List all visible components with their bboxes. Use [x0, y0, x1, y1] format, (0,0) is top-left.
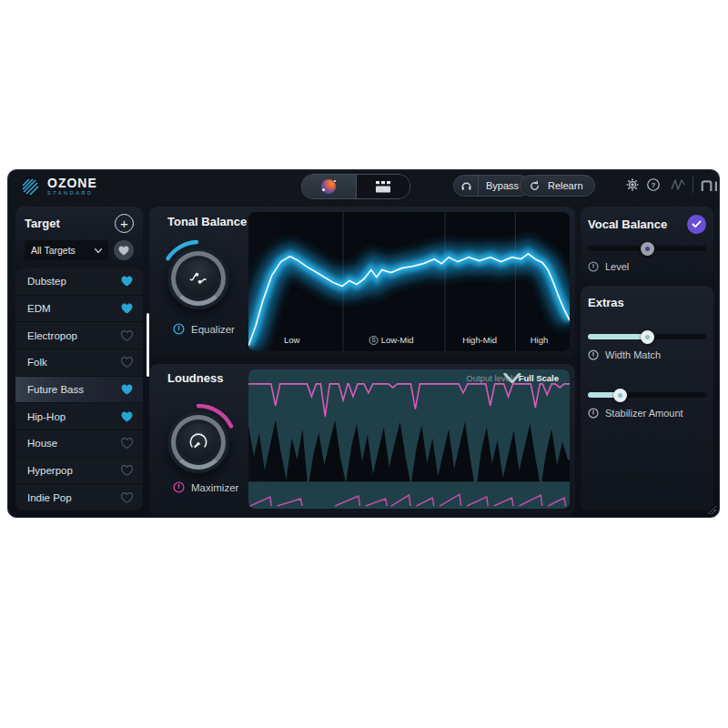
genre-row-edm[interactable]: EDM [15, 296, 143, 323]
relearn-label: Relearn [541, 180, 594, 191]
slider-handle[interactable] [613, 389, 627, 402]
checkmark-icon [692, 220, 702, 228]
genre-label: House [27, 438, 57, 449]
question-icon: ? [646, 177, 661, 192]
slider-handle[interactable] [641, 330, 654, 344]
favorite-heart-icon-outline[interactable] [121, 492, 133, 503]
tonal-balance-title: Tonal Balance [167, 215, 247, 228]
genre-row-electropop[interactable]: Electropop [15, 322, 143, 349]
native-instruments-logo [699, 177, 720, 193]
vocal-balance-panel: Vocal Balance Level [581, 207, 713, 279]
favorite-heart-icon-filled[interactable] [121, 384, 133, 395]
band-label-low[interactable]: Low [284, 335, 299, 345]
favorites-filter-button[interactable] [114, 240, 134, 260]
extras-title: Extras [588, 296, 624, 309]
loudness-waveform [248, 369, 570, 509]
heart-icon [118, 246, 129, 256]
vocal-level-slider[interactable] [588, 242, 706, 255]
topbar-divider [693, 177, 693, 193]
genre-row-house[interactable]: House [15, 430, 143, 458]
chevron-down-icon [95, 248, 102, 253]
power-icon [588, 408, 599, 419]
power-icon [588, 349, 599, 360]
ozone-logo-icon [19, 176, 41, 197]
favorite-heart-icon-outline[interactable] [121, 330, 133, 341]
band-label-low-mid[interactable]: SLow-Mid [369, 335, 414, 345]
genre-row-dubstep[interactable]: Dubstep [15, 268, 143, 296]
genre-label: Future Bass [27, 384, 84, 395]
genre-row-folk[interactable]: Folk [15, 349, 143, 377]
target-title: Target [25, 217, 60, 230]
spectrum-curve [248, 212, 570, 351]
maximizer-module-label[interactable]: Maximizer [173, 481, 238, 493]
target-panel: Target + All Targets [15, 207, 143, 267]
relearn-icon [521, 180, 541, 192]
add-target-button[interactable]: + [115, 214, 134, 233]
equalizer-power-icon [173, 323, 185, 335]
stabilizer-amount-label: Stabilizer Amount [588, 408, 706, 419]
settings-button[interactable] [624, 177, 641, 193]
loudness-panel: Loudness Maximizer [149, 364, 575, 515]
output-level-dropdown[interactable]: Output level: Full Scale [466, 373, 559, 383]
reference-icon[interactable] [454, 176, 479, 196]
band-label-high[interactable]: High [531, 335, 549, 345]
modules-icon [375, 181, 391, 193]
width-match-slider[interactable] [588, 330, 706, 343]
ozone-plugin-window: OZONE STANDARD [7, 169, 720, 518]
genre-row-hyperpop[interactable]: Hyperpop [15, 458, 143, 485]
genre-label: Electropop [27, 330, 77, 341]
genre-label: Dubstep [27, 276, 66, 287]
help-button[interactable]: ? [645, 177, 662, 193]
gear-icon [625, 177, 640, 192]
brand-name: OZONE [47, 177, 97, 189]
favorite-heart-icon-outline[interactable] [121, 357, 133, 368]
loudness-display: Output level: Full Scale [248, 369, 570, 509]
relearn-button[interactable]: Relearn [520, 175, 595, 197]
svg-text:?: ? [652, 181, 656, 189]
brand-tier: STANDARD [47, 191, 97, 197]
gauge-icon [187, 430, 210, 454]
genre-row-indie-pop[interactable]: Indie Pop [15, 484, 143, 511]
stabilizer-amount-slider[interactable] [588, 389, 706, 401]
vocal-level-label: Level [588, 261, 706, 272]
favorite-heart-icon-outline[interactable] [121, 465, 133, 476]
maximizer-power-icon [173, 481, 185, 493]
favorite-heart-icon-filled[interactable] [121, 411, 133, 422]
top-bar: OZONE STANDARD [8, 170, 719, 205]
level-power-icon [588, 261, 599, 272]
width-match-label: Width Match [588, 349, 706, 360]
vocal-level-slider-handle[interactable] [641, 242, 654, 256]
genre-label: Hyperpop [27, 465, 73, 476]
ozone-logo: OZONE STANDARD [19, 176, 97, 197]
genre-row-hip-hop[interactable]: Hip-Hop [15, 403, 143, 430]
favorite-heart-icon-outline[interactable] [121, 438, 133, 449]
favorite-heart-icon-filled[interactable] [121, 303, 133, 314]
equalizer-knob[interactable] [157, 237, 240, 320]
genre-label: Folk [27, 357, 47, 368]
vocal-balance-enable-button[interactable] [687, 215, 706, 234]
vocal-balance-title: Vocal Balance [588, 217, 667, 231]
maximizer-knob[interactable] [157, 400, 240, 484]
band-label-high-mid[interactable]: High-Mid [462, 335, 497, 345]
target-filter-dropdown[interactable]: All Targets [25, 240, 108, 260]
equalizer-module-label[interactable]: Equalizer [173, 323, 235, 335]
tonal-balance-panel: Tonal Balance Equalizer [149, 207, 575, 358]
solo-badge: S [369, 336, 379, 345]
genre-label: Indie Pop [27, 492, 72, 503]
assistant-sphere-icon [321, 179, 336, 194]
genre-list: DubstepEDMElectropopFolkFuture BassHip-H… [15, 268, 143, 511]
extras-panel: Extras Width MatchStabilizer Amount [581, 286, 713, 511]
resize-grip[interactable] [707, 505, 716, 514]
view-toggle [301, 174, 410, 199]
genre-label: EDM [27, 303, 51, 314]
loudness-title: Loudness [167, 371, 223, 385]
target-filter-value: All Targets [31, 245, 76, 256]
equalizer-curve-icon [187, 267, 210, 290]
assistant-view-tab[interactable] [302, 175, 357, 198]
favorite-heart-icon-filled[interactable] [121, 276, 133, 287]
chevron-down-icon [466, 373, 559, 383]
genre-row-future-bass[interactable]: Future Bass [15, 377, 143, 404]
izotope-signature-icon [670, 177, 686, 193]
tonal-balance-display: LowSLow-MidHigh-MidHigh [248, 212, 570, 351]
modules-view-tab[interactable] [357, 175, 410, 198]
